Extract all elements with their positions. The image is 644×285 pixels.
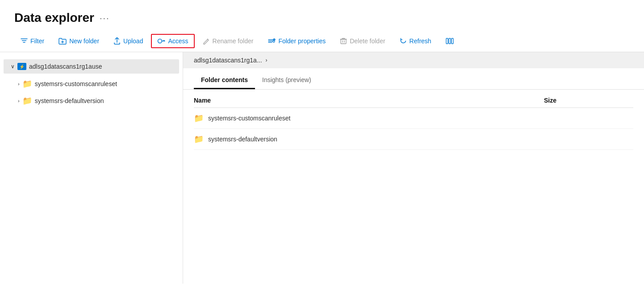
more-columns-icon bbox=[446, 37, 454, 45]
filter-label: Filter bbox=[30, 37, 44, 45]
row-name-0: systemsrs-customscanruleset bbox=[208, 115, 544, 122]
data-explorer-page: Data explorer ··· Filter New folder bbox=[0, 0, 644, 285]
row-folder-icon-0: 📁 bbox=[194, 113, 204, 123]
svg-rect-12 bbox=[446, 38, 448, 44]
table-header: Name Size bbox=[194, 93, 633, 108]
rename-folder-label: Rename folder bbox=[213, 37, 254, 45]
table-row[interactable]: 📁 systemsrs-defaultversion bbox=[194, 129, 633, 150]
more-columns-button[interactable] bbox=[439, 34, 460, 48]
svg-rect-13 bbox=[449, 38, 451, 44]
properties-icon bbox=[268, 37, 276, 45]
row-name-1: systemsrs-defaultversion bbox=[208, 136, 544, 143]
root-label: adlsg1datascans1rg1ause bbox=[29, 63, 102, 70]
child-label-0: systemsrs-customscanruleset bbox=[35, 80, 117, 87]
toolbar: Filter New folder Upload bbox=[0, 30, 644, 52]
refresh-button[interactable]: Refresh bbox=[393, 34, 438, 48]
new-folder-button[interactable]: New folder bbox=[52, 34, 105, 48]
folder-icon-1: 📁 bbox=[22, 96, 32, 106]
rename-icon bbox=[203, 37, 210, 45]
table-row[interactable]: 📁 systemsrs-customscanruleset bbox=[194, 108, 633, 129]
row-folder-icon-1: 📁 bbox=[194, 134, 204, 144]
filter-button[interactable]: Filter bbox=[14, 34, 50, 48]
refresh-label: Refresh bbox=[410, 37, 431, 45]
delete-icon bbox=[340, 37, 347, 45]
more-options-button[interactable]: ··· bbox=[100, 13, 110, 23]
upload-button[interactable]: Upload bbox=[107, 34, 149, 48]
child-chevron-icon-0: › bbox=[18, 81, 20, 87]
svg-point-2 bbox=[158, 39, 162, 43]
main-area: ∨ adlsg1datascans1rg1ause › 📁 systemsrs-… bbox=[0, 52, 644, 284]
tree-child-item-1[interactable]: › 📁 systemsrs-defaultversion bbox=[14, 92, 183, 109]
content-area: adlsg1datascans1rg1a... › Folder content… bbox=[183, 52, 644, 284]
page-title: Data explorer bbox=[14, 11, 94, 25]
folder-icon-0: 📁 bbox=[22, 79, 32, 89]
tree-child-item-0[interactable]: › 📁 systemsrs-customscanruleset bbox=[14, 75, 183, 92]
svg-point-7 bbox=[273, 41, 275, 42]
new-folder-icon bbox=[59, 37, 67, 45]
column-size-header: Size bbox=[544, 97, 633, 104]
key-icon bbox=[157, 37, 165, 45]
svg-rect-14 bbox=[452, 38, 453, 44]
breadcrumb-chevron-icon[interactable]: › bbox=[266, 57, 268, 63]
child-label-1: systemsrs-defaultversion bbox=[35, 97, 104, 104]
upload-icon bbox=[113, 37, 121, 45]
filter-icon bbox=[21, 37, 28, 45]
breadcrumb: adlsg1datascans1rg1a... bbox=[194, 57, 262, 64]
tabs-row: Folder contents Insights (preview) bbox=[183, 72, 644, 90]
access-button[interactable]: Access bbox=[151, 34, 194, 48]
column-name-header: Name bbox=[194, 97, 544, 104]
root-chevron-icon: ∨ bbox=[11, 63, 15, 70]
rename-folder-button[interactable]: Rename folder bbox=[197, 34, 260, 48]
storage-icon bbox=[17, 63, 26, 70]
new-folder-label: New folder bbox=[69, 37, 99, 45]
folder-table: Name Size 📁 systemsrs-customscanruleset … bbox=[183, 93, 644, 150]
tab-folder-contents[interactable]: Folder contents bbox=[194, 72, 255, 89]
access-label: Access bbox=[168, 37, 188, 45]
folder-properties-label: Folder properties bbox=[278, 37, 326, 45]
page-header: Data explorer ··· bbox=[0, 0, 644, 30]
tree-children: › 📁 systemsrs-customscanruleset › 📁 syst… bbox=[0, 75, 183, 109]
refresh-icon bbox=[400, 37, 407, 45]
breadcrumb-bar: adlsg1datascans1rg1a... › bbox=[183, 52, 644, 68]
delete-folder-button[interactable]: Delete folder bbox=[334, 34, 391, 48]
tab-insights[interactable]: Insights (preview) bbox=[255, 72, 318, 89]
child-chevron-icon-1: › bbox=[18, 98, 20, 103]
upload-label: Upload bbox=[123, 37, 143, 45]
file-tree-sidebar: ∨ adlsg1datascans1rg1ause › 📁 systemsrs-… bbox=[0, 52, 183, 284]
svg-rect-8 bbox=[341, 39, 346, 44]
folder-properties-button[interactable]: Folder properties bbox=[261, 34, 332, 48]
delete-folder-label: Delete folder bbox=[350, 37, 385, 45]
tree-root-item[interactable]: ∨ adlsg1datascans1rg1ause bbox=[4, 59, 179, 74]
